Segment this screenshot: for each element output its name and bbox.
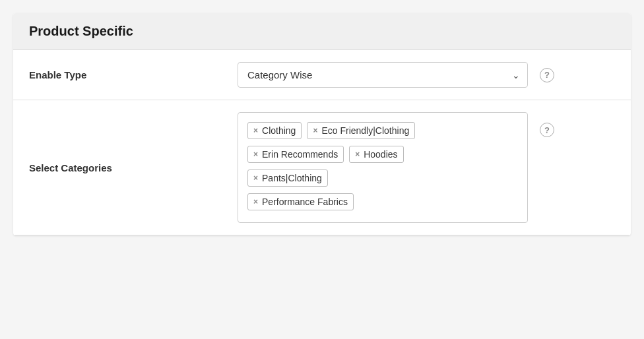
enable-type-select-wrapper: All Products Category Wise SKU Wise ⌄ bbox=[238, 62, 528, 88]
panel-header: Product Specific bbox=[13, 13, 631, 50]
tags-container: × Clothing × Eco Friendly|Clothing × Eri… bbox=[238, 112, 528, 223]
select-categories-label: Select Categories bbox=[13, 146, 224, 189]
tag-eco-friendly-remove-icon[interactable]: × bbox=[313, 127, 317, 135]
tag-hoodies-label: Hoodies bbox=[364, 149, 397, 160]
tag-eco-friendly-label: Eco Friendly|Clothing bbox=[321, 125, 409, 136]
tag-clothing-label: Clothing bbox=[262, 125, 296, 136]
panel-title: Product Specific bbox=[29, 24, 615, 39]
tags-row-1: × Clothing × Eco Friendly|Clothing bbox=[247, 122, 518, 139]
tag-pants-label: Pants|Clothing bbox=[262, 173, 322, 183]
tag-clothing-remove-icon[interactable]: × bbox=[253, 127, 258, 135]
enable-type-row: Enable Type All Products Category Wise S… bbox=[13, 50, 631, 100]
enable-type-label: Enable Type bbox=[13, 53, 224, 96]
tag-performance-remove-icon[interactable]: × bbox=[253, 198, 258, 206]
tag-clothing: × Clothing bbox=[247, 122, 302, 139]
tag-performance-label: Performance Fabrics bbox=[262, 197, 348, 207]
select-categories-help-icon[interactable]: ? bbox=[540, 123, 554, 137]
tag-hoodies: × Hoodies bbox=[349, 146, 403, 163]
categories-wrapper: × Clothing × Eco Friendly|Clothing × Eri… bbox=[238, 112, 554, 223]
enable-type-help-icon[interactable]: ? bbox=[540, 68, 554, 82]
tag-performance: × Performance Fabrics bbox=[247, 193, 354, 210]
tags-row-3: × Pants|Clothing bbox=[247, 170, 518, 187]
tag-erin-label: Erin Recommends bbox=[262, 149, 338, 160]
tags-row-2: × Erin Recommends × Hoodies bbox=[247, 146, 518, 163]
tag-erin: × Erin Recommends bbox=[247, 146, 344, 163]
tag-pants-remove-icon[interactable]: × bbox=[253, 174, 258, 182]
enable-type-select[interactable]: All Products Category Wise SKU Wise bbox=[238, 62, 528, 88]
tag-hoodies-remove-icon[interactable]: × bbox=[355, 150, 360, 158]
select-categories-row: Select Categories × Clothing × Eco Frien… bbox=[13, 100, 631, 235]
select-categories-value-cell: × Clothing × Eco Friendly|Clothing × Eri… bbox=[224, 100, 631, 235]
tag-erin-remove-icon[interactable]: × bbox=[253, 150, 258, 158]
tag-pants: × Pants|Clothing bbox=[247, 170, 328, 187]
tag-eco-friendly: × Eco Friendly|Clothing bbox=[307, 122, 415, 139]
tags-row-4: × Performance Fabrics bbox=[247, 193, 518, 210]
enable-type-value-cell: All Products Category Wise SKU Wise ⌄ ? bbox=[224, 50, 631, 100]
product-specific-panel: Product Specific Enable Type All Product… bbox=[13, 13, 631, 235]
